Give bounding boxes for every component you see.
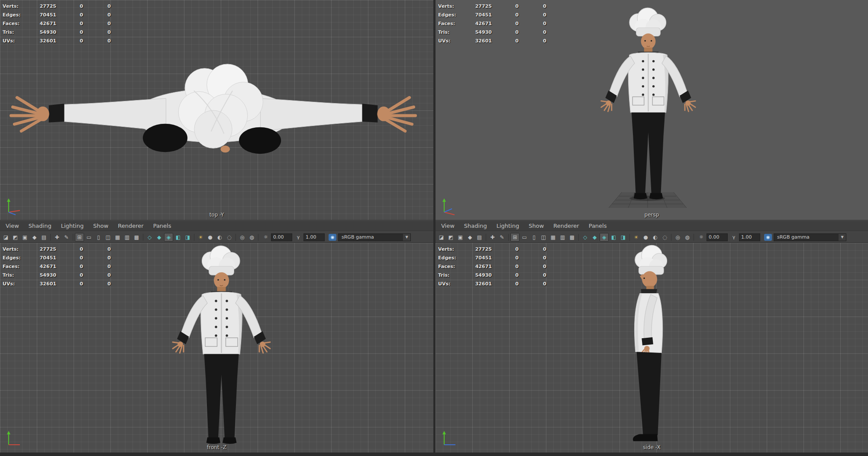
safe-title-icon[interactable]: ▩ bbox=[132, 233, 141, 242]
menu-view[interactable]: View bbox=[436, 223, 459, 229]
poly-count-hud: Verts:2772500Edges:7045100Faces:4267100T… bbox=[438, 2, 546, 45]
isolate-select-icon[interactable]: ◎ bbox=[238, 233, 247, 242]
select-camera-icon[interactable]: ◪ bbox=[437, 233, 446, 242]
chef-head bbox=[214, 272, 229, 292]
viewport-front[interactable]: Verts:2772500Edges:7045100Faces:4267100T… bbox=[0, 243, 433, 453]
menu-lighting[interactable]: Lighting bbox=[56, 223, 89, 229]
chef-right-arm bbox=[261, 97, 416, 131]
grid-toggle-icon[interactable]: ⊞ bbox=[510, 233, 520, 242]
panel-toolbar: ◪◩▣◆▤✚✎⊞▭▯◫▦▥▩◇◆◈◧◨☀●◐◌◎◍ ☼ γ ◉ sRGB gam… bbox=[436, 232, 868, 243]
wireframe-on-shaded-icon[interactable]: ◍ bbox=[247, 233, 256, 242]
smooth-shade-icon[interactable]: ◆ bbox=[590, 233, 599, 242]
menu-shading[interactable]: Shading bbox=[459, 223, 492, 229]
bookmarks-icon[interactable]: ◆ bbox=[465, 233, 474, 242]
2d-pan-zoom-icon[interactable]: ✚ bbox=[52, 233, 61, 242]
hud-row: Faces:4267100 bbox=[3, 262, 111, 271]
hud-label: Tris: bbox=[3, 272, 34, 278]
safe-action-icon[interactable]: ▥ bbox=[123, 233, 132, 242]
hud-row: UVs:3260100 bbox=[438, 279, 546, 288]
hud-row: Verts:2772500 bbox=[438, 245, 546, 253]
select-camera-icon[interactable]: ◪ bbox=[1, 233, 10, 242]
bookmarks-icon[interactable]: ◆ bbox=[30, 233, 39, 242]
camera-attributes-icon[interactable]: ▣ bbox=[456, 233, 465, 242]
chef-model-side[interactable] bbox=[607, 243, 694, 453]
smooth-shade-icon[interactable]: ◆ bbox=[155, 233, 164, 242]
hud-col3: 0 bbox=[519, 264, 546, 269]
isolate-select-icon[interactable]: ◎ bbox=[673, 233, 682, 242]
exposure-field[interactable] bbox=[707, 233, 728, 241]
use-all-lights-icon[interactable]: ☀ bbox=[632, 233, 641, 242]
menu-lighting[interactable]: Lighting bbox=[492, 223, 524, 229]
shadows-icon[interactable]: ● bbox=[641, 233, 650, 242]
motion-blur-icon[interactable]: ◌ bbox=[660, 233, 669, 242]
grease-pencil-icon[interactable]: ✎ bbox=[497, 233, 507, 242]
menu-renderer[interactable]: Renderer bbox=[113, 223, 148, 229]
menu-panels[interactable]: Panels bbox=[584, 223, 612, 229]
view-transform-dropdown[interactable]: sRGB gamma ▼ bbox=[774, 233, 846, 241]
resolution-gate-icon[interactable]: ▯ bbox=[94, 233, 103, 242]
safe-title-icon[interactable]: ▩ bbox=[568, 233, 577, 242]
chevron-down-icon[interactable]: ▼ bbox=[403, 234, 410, 241]
menu-panels[interactable]: Panels bbox=[148, 223, 176, 229]
hud-row: Verts:2772500 bbox=[3, 2, 111, 10]
xray-icon[interactable]: ◨ bbox=[619, 233, 628, 242]
wireframe-icon[interactable]: ◇ bbox=[581, 233, 590, 242]
gamma-field[interactable] bbox=[739, 233, 760, 241]
gamma-field[interactable] bbox=[303, 233, 325, 241]
film-gate-icon[interactable]: ▭ bbox=[520, 233, 529, 242]
chef-model-persp[interactable] bbox=[584, 3, 710, 220]
lock-camera-icon[interactable]: ◩ bbox=[446, 233, 455, 242]
image-plane-icon[interactable]: ▤ bbox=[39, 233, 48, 242]
film-gate-icon[interactable]: ▭ bbox=[84, 233, 94, 242]
field-chart-icon[interactable]: ▦ bbox=[549, 233, 558, 242]
resolution-gate-icon[interactable]: ▯ bbox=[529, 233, 539, 242]
viewport-side[interactable]: Verts:2772500Edges:7045100Faces:4267100T… bbox=[436, 243, 868, 453]
2d-pan-zoom-icon[interactable]: ✚ bbox=[488, 233, 497, 242]
wireframe-on-shaded-icon[interactable]: ◍ bbox=[683, 233, 692, 242]
use-default-material-icon[interactable]: ◧ bbox=[609, 233, 618, 242]
hud-label: UVs: bbox=[438, 281, 469, 287]
hud-row: Faces:4267100 bbox=[3, 19, 111, 28]
wireframe-icon[interactable]: ◇ bbox=[145, 233, 154, 242]
ambient-occlusion-icon[interactable]: ◐ bbox=[215, 233, 224, 242]
hud-col3: 0 bbox=[83, 38, 111, 44]
menu-shading[interactable]: Shading bbox=[24, 223, 56, 229]
motion-blur-icon[interactable]: ◌ bbox=[225, 233, 234, 242]
menu-view[interactable]: View bbox=[1, 223, 24, 229]
shadows-icon[interactable]: ● bbox=[206, 233, 215, 242]
gate-mask-icon[interactable]: ◫ bbox=[103, 233, 113, 242]
gate-mask-icon[interactable]: ◫ bbox=[539, 233, 548, 242]
grid-toggle-icon[interactable]: ⊞ bbox=[75, 233, 84, 242]
poly-count-hud: Verts:2772500Edges:7045100Faces:4267100T… bbox=[3, 245, 111, 288]
exposure-field[interactable] bbox=[271, 233, 292, 241]
chef-model-front[interactable] bbox=[155, 243, 285, 453]
textured-icon[interactable]: ◈ bbox=[600, 233, 609, 242]
field-chart-icon[interactable]: ▦ bbox=[113, 233, 122, 242]
chef-model-top-view[interactable] bbox=[9, 61, 418, 164]
viewport-top[interactable]: Verts:2772500Edges:7045100Faces:4267100T… bbox=[0, 0, 433, 220]
chevron-down-icon[interactable]: ▼ bbox=[839, 234, 846, 241]
lock-camera-icon[interactable]: ◩ bbox=[11, 233, 20, 242]
image-plane-icon[interactable]: ▤ bbox=[475, 233, 484, 242]
view-transform-dropdown[interactable]: sRGB gamma ▼ bbox=[338, 233, 411, 241]
safe-action-icon[interactable]: ▥ bbox=[558, 233, 567, 242]
menu-show[interactable]: Show bbox=[88, 223, 113, 229]
viewport-label-front: front -Z bbox=[0, 444, 433, 450]
use-default-material-icon[interactable]: ◧ bbox=[174, 233, 183, 242]
camera-attributes-icon[interactable]: ▣ bbox=[20, 233, 29, 242]
grease-pencil-icon[interactable]: ✎ bbox=[62, 233, 71, 242]
hud-value: 54930 bbox=[34, 29, 56, 35]
hud-row: UVs:3260100 bbox=[3, 279, 111, 288]
menu-show[interactable]: Show bbox=[524, 223, 549, 229]
hud-col2: 0 bbox=[492, 12, 519, 18]
use-all-lights-icon[interactable]: ☀ bbox=[196, 233, 205, 242]
menu-renderer[interactable]: Renderer bbox=[549, 223, 584, 229]
hud-row: Tris:5493000 bbox=[3, 28, 111, 36]
panel-front-view: ViewShadingLightingShowRendererPanels ◪◩… bbox=[0, 220, 433, 453]
textured-icon[interactable]: ◈ bbox=[164, 233, 173, 242]
poly-count-hud: Verts:2772500Edges:7045100Faces:4267100T… bbox=[438, 245, 546, 288]
viewport-persp[interactable]: Verts:2772500Edges:7045100Faces:4267100T… bbox=[436, 0, 868, 220]
chef-hat bbox=[629, 8, 666, 36]
xray-icon[interactable]: ◨ bbox=[183, 233, 192, 242]
ambient-occlusion-icon[interactable]: ◐ bbox=[651, 233, 660, 242]
